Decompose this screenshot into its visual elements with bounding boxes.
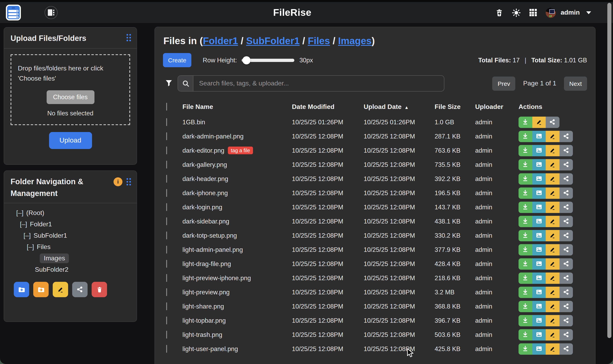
edit-button[interactable] [532,117,546,128]
download-button[interactable] [518,201,532,213]
tree-toggle[interactable]: [–] [20,221,27,228]
preview-button[interactable] [532,130,546,142]
download-button[interactable] [518,159,532,170]
folder-tree-item[interactable]: SubFolder2 [4,264,134,275]
file-name[interactable]: light-preview.png [182,288,230,296]
download-button[interactable] [518,187,532,199]
row-checkbox[interactable] [166,288,167,296]
create-folder-button[interactable] [14,282,29,297]
slider-thumb[interactable] [243,56,251,64]
preview-button[interactable] [532,315,546,326]
tag-badge[interactable]: tag a file [228,147,253,154]
file-name[interactable]: light-preview-iphone.png [182,274,251,282]
preview-button[interactable] [532,272,546,284]
user-name[interactable]: admin [561,9,580,16]
share-button[interactable] [559,315,573,326]
edit-button[interactable] [546,130,559,142]
file-name[interactable]: dark-totp-setup.png [182,232,237,239]
user-avatar[interactable] [546,8,556,18]
share-button[interactable] [559,272,573,284]
trash-restore-button[interactable] [495,9,503,17]
row-checkbox[interactable] [166,217,167,225]
folder-tree-item[interactable]: [–] SubFolder1 [4,230,134,241]
row-checkbox[interactable] [166,302,167,310]
row-height-slider[interactable] [242,59,294,62]
vertical-scrollbar[interactable] [607,3,611,338]
next-page-button[interactable]: Next [564,76,587,91]
column-file-size[interactable]: File Size [435,103,475,111]
folder-tree-item[interactable]: [–] Folder1 [4,219,134,230]
column-upload-date[interactable]: Upload Date▲ [364,103,435,111]
file-name[interactable]: dark-gallery.png [182,161,227,168]
tree-label[interactable]: Folder1 [30,221,52,228]
share-button[interactable] [559,286,573,298]
preview-button[interactable] [532,244,546,255]
tree-toggle[interactable]: [–] [16,209,24,217]
share-button[interactable] [559,201,573,213]
preview-button[interactable] [532,301,546,312]
file-name[interactable]: light-user-panel.png [182,345,238,352]
file-name[interactable]: dark-header.png [182,175,228,182]
download-button[interactable] [518,329,532,340]
share-button[interactable] [559,145,573,156]
share-button[interactable] [559,159,573,170]
edit-button[interactable] [546,201,559,213]
preview-button[interactable] [532,187,546,199]
file-dropzone[interactable]: Drop files/folders here or click 'Choose… [11,54,130,125]
apps-grid-button[interactable] [529,9,537,16]
sidebar-toggle-icon[interactable] [45,6,57,19]
row-checkbox[interactable] [166,345,167,352]
file-name[interactable]: light-drag-file.png [182,260,231,267]
download-button[interactable] [518,145,532,156]
column-date-modified[interactable]: Date Modified [292,103,364,111]
folder-tree-item[interactable]: [–] (Root) [4,207,134,219]
column-uploader[interactable]: Uploader [475,103,518,111]
prev-page-button[interactable]: Prev [492,76,515,91]
file-name[interactable]: dark-iphone.png [182,189,228,196]
preview-button[interactable] [532,145,546,156]
download-button[interactable] [518,272,532,284]
user-menu-caret-icon[interactable] [586,11,591,14]
upload-button[interactable]: Upload [49,132,92,149]
preview-button[interactable] [532,329,546,340]
row-checkbox[interactable] [166,331,167,338]
rename-folder-button[interactable] [53,282,68,297]
row-checkbox[interactable] [166,203,167,211]
tree-toggle[interactable]: [–] [27,243,34,251]
create-button[interactable]: Create [163,53,191,67]
download-button[interactable] [518,230,532,241]
share-button[interactable] [559,130,573,142]
edit-button[interactable] [546,315,559,326]
preview-button[interactable] [532,159,546,170]
edit-button[interactable] [546,301,559,312]
share-button[interactable] [559,343,573,354]
file-name[interactable]: dark-editor.png [182,147,224,154]
download-button[interactable] [518,315,532,326]
folder-tree-item[interactable]: Images [4,253,134,264]
preview-button[interactable] [532,230,546,241]
download-button[interactable] [518,244,532,255]
download-button[interactable] [518,130,532,142]
preview-button[interactable] [532,173,546,184]
row-checkbox[interactable] [166,175,167,182]
edit-button[interactable] [546,258,559,270]
row-checkbox[interactable] [166,231,167,239]
edit-button[interactable] [546,187,559,199]
download-button[interactable] [518,216,532,227]
info-icon[interactable]: i [113,177,123,186]
preview-button[interactable] [532,201,546,213]
file-name[interactable]: dark-login.png [182,203,222,211]
tree-label[interactable]: (Root) [26,209,44,217]
preview-button[interactable] [532,343,546,354]
file-name[interactable]: dark-admin-panel.png [182,133,244,140]
share-button[interactable] [559,258,573,270]
tree-toggle[interactable]: [–] [24,232,31,239]
breadcrumb-link[interactable]: Images [338,35,372,46]
theme-toggle-button[interactable] [512,8,520,17]
edit-button[interactable] [546,216,559,227]
download-button[interactable] [518,286,532,298]
folder-tree-item[interactable]: [–] Files [4,241,134,253]
edit-button[interactable] [546,329,559,340]
tree-label[interactable]: Files [37,243,51,251]
drag-handle-icon[interactable] [126,178,131,185]
